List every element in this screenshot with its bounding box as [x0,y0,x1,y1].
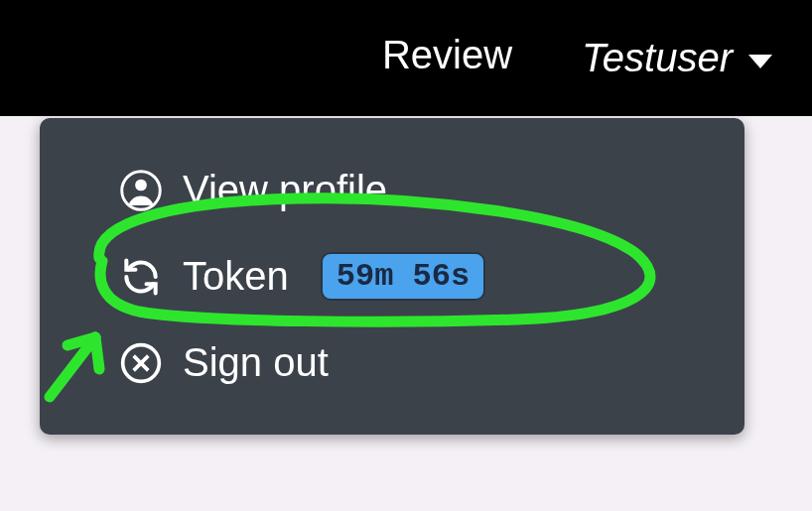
view-profile-label: View profile [183,168,387,212]
nav-review-link[interactable]: Review [382,33,512,83]
token-menu-item[interactable]: Token 59m 56s [99,232,705,320]
token-label: Token [183,254,289,299]
close-circle-icon [119,341,163,385]
refresh-icon [119,255,163,299]
user-menu-toggle[interactable]: Testuser [582,36,772,80]
user-dropdown-menu: View profile Token 59m 56s Sign out [40,118,744,435]
token-countdown-badge: 59m 56s [321,252,485,301]
username-label: Testuser [582,36,733,80]
svg-point-1 [135,179,147,191]
user-circle-icon [119,169,163,212]
view-profile-menu-item[interactable]: View profile [99,148,705,232]
sign-out-menu-item[interactable]: Sign out [99,320,705,405]
sign-out-label: Sign out [183,340,329,385]
caret-down-icon [748,55,772,68]
top-navbar: Review Testuser [0,0,812,116]
